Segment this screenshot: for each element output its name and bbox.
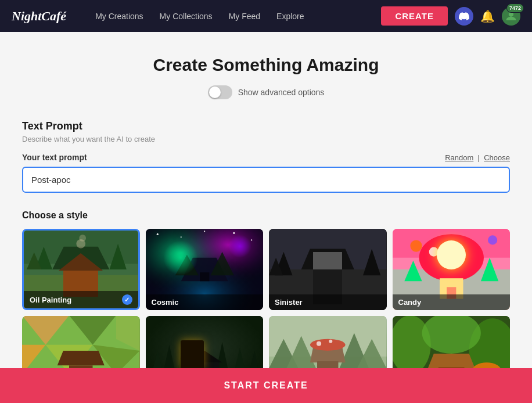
style-label-sinister: Sinister — [269, 294, 387, 310]
svg-rect-29 — [317, 268, 338, 298]
nav-my-collections[interactable]: My Collections — [160, 12, 213, 21]
svg-point-11 — [79, 235, 86, 242]
style-label-candy: Candy — [393, 294, 511, 310]
advanced-toggle-row: Show advanced options — [22, 85, 510, 99]
svg-marker-18 — [175, 255, 199, 275]
discord-icon[interactable] — [455, 7, 473, 26]
style-check-oil: ✓ — [122, 294, 132, 305]
style-section-title: Choose a style — [22, 210, 510, 221]
svg-point-38 — [429, 247, 438, 257]
svg-marker-28 — [301, 249, 354, 269]
svg-point-20 — [156, 233, 158, 235]
style-card-sinister[interactable]: Sinister — [269, 229, 387, 310]
svg-point-24 — [204, 231, 205, 232]
toggle-knob — [209, 87, 221, 98]
nav-links: My Creations My Collections My Feed Expl… — [95, 12, 364, 21]
separator: | — [478, 153, 480, 162]
section-subtitle-prompt: Describe what you want the AI to create — [22, 135, 510, 143]
style-label-cosmic: Cosmic — [146, 294, 264, 310]
svg-point-21 — [180, 236, 181, 238]
avatar-badge[interactable]: 7472 — [502, 7, 520, 26]
style-label-oil: Oil Painting ✓ — [24, 291, 138, 308]
style-card-candy[interactable]: Candy — [393, 229, 511, 310]
svg-rect-30 — [325, 274, 330, 283]
advanced-toggle-label: Show advanced options — [238, 88, 325, 97]
svg-point-78 — [310, 339, 346, 351]
text-prompt-section: Text Prompt Describe what you want the A… — [22, 120, 510, 193]
text-prompt-input[interactable] — [22, 167, 510, 193]
notification-bell-icon[interactable]: 🔔 — [480, 9, 495, 23]
svg-point-80 — [329, 340, 332, 343]
page-title: Create Something Amazing — [22, 55, 510, 75]
svg-marker-54 — [57, 351, 105, 365]
prompt-links: Random | Choose — [445, 153, 510, 162]
random-link[interactable]: Random — [445, 153, 473, 162]
svg-rect-6 — [76, 275, 85, 284]
logo[interactable]: NightCafé — [12, 9, 66, 24]
advanced-toggle-switch[interactable] — [208, 85, 232, 99]
svg-point-23 — [251, 239, 252, 240]
create-button[interactable]: CREATE — [381, 6, 448, 26]
svg-point-44 — [410, 240, 422, 251]
svg-point-79 — [317, 341, 321, 346]
bottom-bar[interactable]: START CREATE — [0, 368, 532, 403]
nav-explore[interactable]: Explore — [276, 12, 304, 21]
start-create-button[interactable]: START CREATE — [224, 380, 308, 391]
svg-rect-17 — [200, 272, 209, 281]
svg-marker-5 — [70, 264, 92, 283]
nav-my-creations[interactable]: My Creations — [95, 12, 143, 21]
style-card-oil[interactable]: Oil Painting ✓ — [22, 229, 140, 310]
style-card-cosmic[interactable]: Cosmic — [146, 229, 264, 310]
svg-point-45 — [488, 235, 497, 244]
main-content: Create Something Amazing Show advanced o… — [10, 32, 522, 403]
svg-point-39 — [454, 245, 461, 252]
points-badge: 7472 — [506, 3, 524, 13]
section-title-prompt: Text Prompt — [22, 120, 510, 132]
prompt-label-row: Your text prompt Random | Choose — [22, 153, 510, 162]
choose-link[interactable]: Choose — [484, 153, 510, 162]
nav-my-feed[interactable]: My Feed — [229, 12, 260, 21]
prompt-label: Your text prompt — [22, 153, 87, 162]
svg-point-37 — [419, 234, 483, 281]
svg-marker-85 — [427, 354, 475, 368]
navbar: NightCafé My Creations My Collections My… — [0, 0, 532, 32]
svg-point-22 — [233, 232, 235, 234]
navbar-right: CREATE 🔔 7472 — [381, 6, 520, 26]
